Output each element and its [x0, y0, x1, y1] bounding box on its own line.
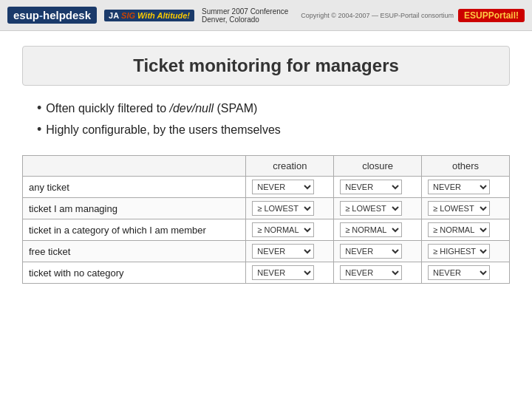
row-label-2: ticket in a category of which I am membe… [23, 219, 246, 241]
ticket-table: creation closure others any ticketNEVER≥… [22, 155, 510, 284]
closure-select-2[interactable]: NEVER≥ LOWEST≥ NORMAL≥ HIGH≥ HIGHESTALWA… [340, 222, 402, 237]
conference-name: Summer 2007 Conference [202, 7, 288, 16]
jasig-altitude: With Altitude! [137, 11, 190, 20]
bullet-text-1: Often quickly filtered to /dev/null (SPA… [46, 102, 257, 115]
bullet-list: • Often quickly filtered to /dev/null (S… [37, 100, 510, 137]
row-label-0: any ticket [23, 177, 246, 198]
row-1-others[interactable]: NEVER≥ LOWEST≥ NORMAL≥ HIGH≥ HIGHESTALWA… [422, 198, 510, 219]
copyright-text: Copyright © 2004-2007 — ESUP-Portail con… [301, 12, 454, 19]
row-3-creation[interactable]: NEVER≥ LOWEST≥ NORMAL≥ HIGH≥ HIGHESTALWA… [246, 241, 334, 262]
creation-select-2[interactable]: NEVER≥ LOWEST≥ NORMAL≥ HIGH≥ HIGHESTALWA… [252, 222, 314, 237]
bullet-item-2: • Highly configurable, by the users them… [37, 122, 510, 137]
jasig-badge: JASIG With Altitude! [104, 10, 194, 21]
closure-select-3[interactable]: NEVER≥ LOWEST≥ NORMAL≥ HIGH≥ HIGHESTALWA… [340, 244, 402, 259]
row-3-closure[interactable]: NEVER≥ LOWEST≥ NORMAL≥ HIGH≥ HIGHESTALWA… [334, 241, 422, 262]
table-body: any ticketNEVER≥ LOWEST≥ NORMAL≥ HIGH≥ H… [23, 177, 510, 284]
table-row: free ticketNEVER≥ LOWEST≥ NORMAL≥ HIGH≥ … [23, 241, 510, 262]
header: esup-helpdesk JASIG With Altitude! Summe… [0, 0, 532, 31]
bullet-item-1: • Often quickly filtered to /dev/null (S… [37, 100, 510, 116]
row-0-creation[interactable]: NEVER≥ LOWEST≥ NORMAL≥ HIGH≥ HIGHESTALWA… [246, 177, 334, 198]
table-row: ticket with no categoryNEVER≥ LOWEST≥ NO… [23, 262, 510, 284]
others-select-4[interactable]: NEVER≥ LOWEST≥ NORMAL≥ HIGH≥ HIGHESTALWA… [428, 265, 490, 280]
bullet-dot-2: • [37, 122, 41, 137]
row-2-closure[interactable]: NEVER≥ LOWEST≥ NORMAL≥ HIGH≥ HIGHESTALWA… [334, 219, 422, 241]
table-row: any ticketNEVER≥ LOWEST≥ NORMAL≥ HIGH≥ H… [23, 177, 510, 198]
main-content: Ticket monitoring for managers • Often q… [0, 31, 532, 299]
others-select-2[interactable]: NEVER≥ LOWEST≥ NORMAL≥ HIGH≥ HIGHESTALWA… [428, 222, 490, 237]
row-label-4: ticket with no category [23, 262, 246, 284]
creation-select-0[interactable]: NEVER≥ LOWEST≥ NORMAL≥ HIGH≥ HIGHESTALWA… [252, 180, 314, 194]
creation-select-4[interactable]: NEVER≥ LOWEST≥ NORMAL≥ HIGH≥ HIGHESTALWA… [252, 265, 314, 280]
row-4-closure[interactable]: NEVER≥ LOWEST≥ NORMAL≥ HIGH≥ HIGHESTALWA… [334, 262, 422, 284]
row-2-others[interactable]: NEVER≥ LOWEST≥ NORMAL≥ HIGH≥ HIGHESTALWA… [422, 219, 510, 241]
closure-select-1[interactable]: NEVER≥ LOWEST≥ NORMAL≥ HIGH≥ HIGHESTALWA… [340, 201, 402, 216]
creation-select-1[interactable]: NEVER≥ LOWEST≥ NORMAL≥ HIGH≥ HIGHESTALWA… [252, 201, 314, 216]
row-4-creation[interactable]: NEVER≥ LOWEST≥ NORMAL≥ HIGH≥ HIGHESTALWA… [246, 262, 334, 284]
col-header-others: others [422, 156, 510, 177]
col-header-creation: creation [246, 156, 334, 177]
col-header-empty [23, 156, 246, 177]
others-select-0[interactable]: NEVER≥ LOWEST≥ NORMAL≥ HIGH≥ HIGHESTALWA… [428, 180, 490, 194]
portal-logo: ESUPPortail! [458, 9, 525, 22]
creation-select-3[interactable]: NEVER≥ LOWEST≥ NORMAL≥ HIGH≥ HIGHESTALWA… [252, 244, 314, 259]
devnull-code: /dev/null [170, 102, 214, 115]
closure-select-4[interactable]: NEVER≥ LOWEST≥ NORMAL≥ HIGH≥ HIGHESTALWA… [340, 265, 402, 280]
row-3-others[interactable]: NEVER≥ LOWEST≥ NORMAL≥ HIGH≥ HIGHESTALWA… [422, 241, 510, 262]
row-0-others[interactable]: NEVER≥ LOWEST≥ NORMAL≥ HIGH≥ HIGHESTALWA… [422, 177, 510, 198]
others-select-3[interactable]: NEVER≥ LOWEST≥ NORMAL≥ HIGH≥ HIGHESTALWA… [428, 244, 490, 259]
col-header-closure: closure [334, 156, 422, 177]
closure-select-0[interactable]: NEVER≥ LOWEST≥ NORMAL≥ HIGH≥ HIGHESTALWA… [340, 180, 402, 194]
header-left: esup-helpdesk JASIG With Altitude! Summe… [7, 7, 288, 24]
row-4-others[interactable]: NEVER≥ LOWEST≥ NORMAL≥ HIGH≥ HIGHESTALWA… [422, 262, 510, 284]
conference-info: Summer 2007 Conference Denver, Colorado [202, 7, 288, 24]
page-title-container: Ticket monitoring for managers [22, 46, 510, 86]
row-1-closure[interactable]: NEVER≥ LOWEST≥ NORMAL≥ HIGH≥ HIGHESTALWA… [334, 198, 422, 219]
page-title: Ticket monitoring for managers [133, 55, 399, 75]
esup-logo-text: esup-helpdesk [13, 9, 91, 21]
row-2-creation[interactable]: NEVER≥ LOWEST≥ NORMAL≥ HIGH≥ HIGHESTALWA… [246, 219, 334, 241]
row-1-creation[interactable]: NEVER≥ LOWEST≥ NORMAL≥ HIGH≥ HIGHESTALWA… [246, 198, 334, 219]
row-label-3: free ticket [23, 241, 246, 262]
table-row: ticket in a category of which I am membe… [23, 219, 510, 241]
esup-logo: esup-helpdesk [7, 7, 97, 24]
portal-label: ESUP [464, 10, 488, 21]
row-label-1: ticket I am managing [23, 198, 246, 219]
table-row: ticket I am managingNEVER≥ LOWEST≥ NORMA… [23, 198, 510, 219]
bullet-dot-1: • [37, 100, 41, 116]
jasig-sig: SIG [121, 11, 135, 20]
others-select-1[interactable]: NEVER≥ LOWEST≥ NORMAL≥ HIGH≥ HIGHESTALWA… [428, 201, 490, 216]
conference-location: Denver, Colorado [202, 16, 288, 24]
row-0-closure[interactable]: NEVER≥ LOWEST≥ NORMAL≥ HIGH≥ HIGHESTALWA… [334, 177, 422, 198]
header-right: Copyright © 2004-2007 — ESUP-Portail con… [301, 9, 525, 22]
jasig-label: JA [109, 11, 119, 20]
bullet-text-2: Highly configurable, by the users themse… [46, 123, 281, 137]
